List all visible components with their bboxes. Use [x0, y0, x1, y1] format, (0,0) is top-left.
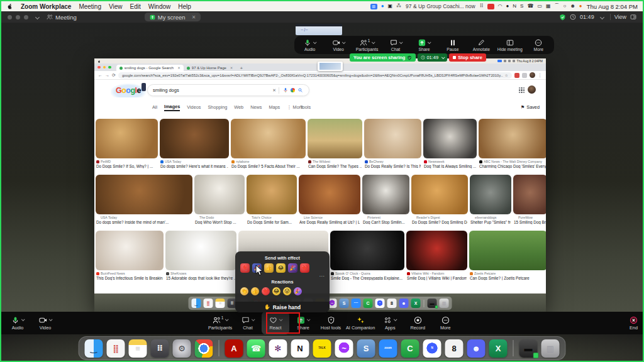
- dock-icon-system-settings[interactable]: ⚙: [173, 339, 191, 358]
- result-title[interactable]: Can Dogs Smile? The Types ...: [308, 164, 362, 168]
- browser-menu-icon[interactable]: ⋮: [538, 73, 542, 78]
- more-effects-button[interactable]: ⋯: [319, 273, 325, 279]
- result-title[interactable]: This Dog's Infectious Smile Is Breakin..…: [96, 276, 163, 280]
- effect-joy[interactable]: 😂: [276, 263, 286, 273]
- filter-tab-news[interactable]: News: [250, 104, 262, 110]
- result-title[interactable]: Are Dogs Really Smiling at Us? | Li...: [299, 220, 360, 224]
- toolbar-button-ai-companion[interactable]: AI Companion: [345, 312, 376, 334]
- google-apps-grid-icon[interactable]: [519, 87, 525, 93]
- result-title[interactable]: 15 Adorable dogs that look like they're …: [166, 276, 236, 280]
- dog-image-thumbnail[interactable]: [330, 231, 404, 270]
- dog-image-thumbnail[interactable]: [231, 119, 306, 158]
- dog-image-thumbnail[interactable]: [411, 175, 468, 214]
- google-doodle-logo[interactable]: Google: [109, 82, 147, 99]
- saved-button[interactable]: ⚑Saved: [521, 104, 540, 110]
- image-result-abc-news-the-walt-disney-company[interactable]: ABC News - The Walt Disney Company Charm…: [479, 119, 546, 168]
- window-traffic-lights[interactable]: [97, 63, 111, 71]
- image-result-usa-today[interactable]: USA Today Do dogs smile? Inside the mind…: [96, 175, 192, 224]
- dock-icon-scrivener[interactable]: S: [340, 299, 349, 308]
- result-title[interactable]: Smile Dog - The Creepypasta Explaine...: [331, 276, 404, 280]
- image-result-usa-today[interactable]: USA Today Do dogs smile? Here's what it …: [160, 119, 229, 168]
- status-icon-phone-status[interactable]: ☎: [527, 4, 533, 9]
- dock-icon-fantastical-8[interactable]: 8: [387, 299, 397, 308]
- toolbar-button-participants[interactable]: 1 Participants: [353, 36, 381, 54]
- image-result-pinterest[interactable]: Pinterest Dog Can't Stop Smilin...: [362, 175, 409, 224]
- dock-icon-camtasia[interactable]: C: [401, 339, 419, 358]
- dog-image-thumbnail[interactable]: [96, 175, 192, 214]
- image-result-reader-s-digest[interactable]: Reader's Digest Do Dogs Smile? Dog Smili…: [411, 175, 468, 224]
- dock-icon-whatsapp[interactable]: ☎: [247, 339, 265, 358]
- effect-heart[interactable]: ❤️: [300, 263, 309, 273]
- status-icon-spotlight-status[interactable]: ○: [564, 4, 567, 9]
- self-view-thumbnail[interactable]: ~⌇~: [296, 24, 342, 35]
- toolbar-button-more[interactable]: More: [431, 312, 459, 334]
- dog-image-thumbnail[interactable]: [247, 175, 297, 214]
- status-icon-wifi-status[interactable]: ⌒: [555, 4, 560, 9]
- chevron-down-icon[interactable]: [35, 14, 40, 19]
- extension-icon[interactable]: [522, 73, 527, 78]
- tab-meeting[interactable]: Meeting: [47, 14, 77, 21]
- dock-icon-notion[interactable]: N: [291, 339, 309, 358]
- reaction-emoji-clap[interactable]: 👏: [240, 287, 248, 295]
- reaction-emoji-wow[interactable]: 😮: [283, 287, 291, 295]
- toolbar-button-host-tools[interactable]: Host tools: [317, 312, 345, 334]
- filter-tab-images[interactable]: Images: [164, 104, 180, 111]
- toolbar-button-pause[interactable]: Pause: [438, 36, 467, 54]
- status-icon-notion-status[interactable]: N: [513, 4, 516, 9]
- dog-image-thumbnail[interactable]: [165, 231, 236, 270]
- app-menu-zoom-workplace[interactable]: Zoom Workplace: [21, 3, 71, 10]
- dock-icon-capture-device[interactable]: ▬: [428, 299, 437, 308]
- filter-tab-videos[interactable]: Videos: [187, 104, 201, 110]
- result-title[interactable]: Can Dogs Smile? | Zoetis Petcare: [470, 276, 546, 280]
- browser-tab-item[interactable]: 97 & Up Home Page ✕: [184, 65, 236, 71]
- reload-icon[interactable]: ⟳: [112, 73, 116, 78]
- notification-banner-text[interactable]: 97 & Up Group Coachi... now: [406, 3, 475, 9]
- dock-icon-calculator[interactable]: ⠿: [151, 339, 169, 358]
- stop-share-button[interactable]: Stop share: [449, 53, 486, 62]
- status-icon-calendar-status[interactable]: ▦: [546, 4, 551, 9]
- apple-menu-icon[interactable]: [6, 3, 13, 11]
- status-icon-slack-status[interactable]: S: [520, 4, 523, 9]
- effect-balloon[interactable]: 🎈: [240, 263, 250, 273]
- tab-my-screen[interactable]: My screen ✕: [145, 13, 201, 21]
- dog-image-thumbnail[interactable]: [362, 175, 409, 214]
- close-tab-icon[interactable]: ✕: [192, 14, 196, 20]
- menu-window[interactable]: Window: [148, 3, 171, 10]
- result-title[interactable]: Smile Dog | Villains Wiki | Fandom: [407, 276, 467, 280]
- status-icon-chat-bubble[interactable]: ●: [506, 4, 509, 9]
- dog-image-thumbnail[interactable]: [160, 119, 229, 158]
- dog-image-thumbnail[interactable]: [308, 119, 362, 158]
- dock-icon-acrobat[interactable]: A: [225, 339, 243, 358]
- toolbar-button-share[interactable]: Share: [410, 36, 438, 54]
- image-result-live-science[interactable]: Live Science Are Dogs Really Smiling at …: [299, 175, 360, 224]
- google-lens-icon[interactable]: [291, 88, 295, 92]
- tools-button[interactable]: Tools: [300, 104, 311, 110]
- toolbar-button-video[interactable]: Video: [324, 36, 352, 54]
- status-icon-user-status[interactable]: ☻: [570, 4, 575, 9]
- status-icon-red-app[interactable]: [487, 4, 494, 9]
- result-title[interactable]: Charming Chicago Dog 'Smiles' Every...: [479, 164, 546, 168]
- dock-icon-messenger[interactable]: ~: [335, 339, 353, 358]
- dock-icon-discord[interactable]: ☻: [399, 299, 409, 308]
- dog-image-thumbnail[interactable]: [406, 231, 467, 270]
- dog-image-thumbnail[interactable]: [469, 231, 546, 270]
- reaction-emoji-party[interactable]: 🎉: [294, 287, 302, 295]
- filter-tab-shopping[interactable]: Shopping: [208, 104, 227, 110]
- close-tab-icon[interactable]: ✕: [177, 66, 180, 70]
- result-title[interactable]: 15 Smiling Dog Br...: [514, 220, 546, 224]
- close-tab-icon[interactable]: ✕: [230, 66, 233, 70]
- reaction-emoji-thumbs-up[interactable]: 👍: [251, 287, 259, 295]
- dock-icon-capture-device[interactable]: ▬: [519, 339, 538, 358]
- dock-icon-excel[interactable]: X: [489, 339, 508, 358]
- clear-search-icon[interactable]: ✕: [272, 88, 276, 93]
- toolbar-button-share[interactable]: Share: [289, 312, 317, 334]
- dock-icon-excel[interactable]: X: [411, 299, 421, 308]
- image-result-buzzfeed-news[interactable]: BuzzFeed News This Dog's Infectious Smil…: [96, 231, 164, 280]
- search-icon[interactable]: [298, 88, 303, 92]
- dock-icon-nordvpn[interactable]: N: [375, 299, 385, 308]
- dog-image-thumbnail[interactable]: [96, 231, 164, 270]
- dock-icon-chrome[interactable]: [195, 339, 213, 358]
- image-result-petmd[interactable]: PetMD Do Dogs Smile? If So, Why? | ...: [96, 119, 158, 168]
- result-title[interactable]: Dog That Is Always Smiling ...: [424, 164, 476, 168]
- dock-icon-zoom[interactable]: zoom: [352, 299, 361, 308]
